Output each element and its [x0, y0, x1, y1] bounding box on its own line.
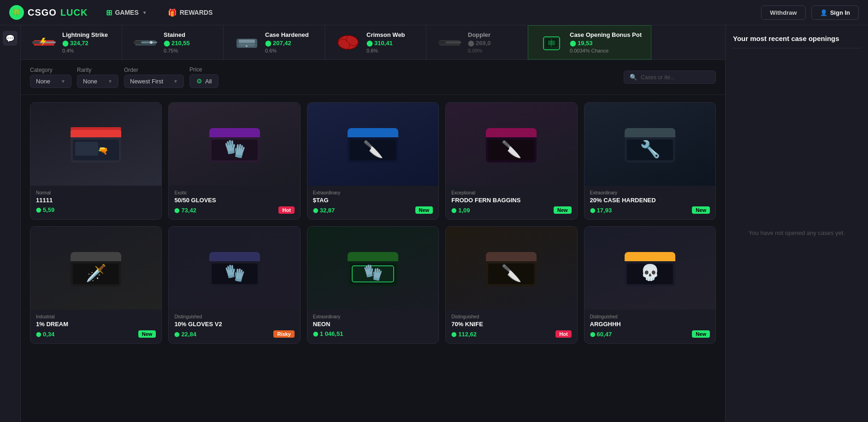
case-img-area-argghhh: 💀	[585, 227, 715, 310]
case-card-1pct-dream[interactable]: 🗡️ Industrial 1% DREAM ⬤ 0,34 New	[30, 226, 162, 344]
case-card-10pct-gloves-v2[interactable]: 🧤 Distinguished 10% Gloves V2 ⬤ 22,84 Ri…	[168, 226, 300, 344]
featured-case-hardened[interactable]: Case Hardened ⬤ 207,42 0.6%	[224, 25, 325, 59]
case-badge-10pct-gloves-v2: Risky	[273, 330, 294, 338]
featured-chance-4: 0.09%	[468, 48, 491, 53]
games-icon: ⊞	[106, 8, 112, 17]
case-card-50-50-gloves[interactable]: 🧤 Exotic 50/50 GLOVES ⬤ 73,42 Hot	[168, 102, 300, 220]
svg-rect-45	[625, 134, 675, 137]
featured-chance-3: 0.6%	[366, 48, 405, 53]
case-rarity-stag: Extraordinary	[313, 190, 433, 195]
case-card-stag[interactable]: 🔪 Extraordinary $TAG ⬤ 32,87 New	[307, 102, 439, 220]
featured-stained[interactable]: Stained ⬤ 210,55 0.75%	[122, 25, 224, 59]
featured-name-1: Stained	[164, 31, 190, 38]
svg-rect-23	[71, 134, 121, 137]
case-card-20pct-case-hardened[interactable]: 🔧 Extraordinary 20% CASE HARDENED ⬤ 17,9…	[584, 102, 716, 220]
signin-button[interactable]: 👤 Sign In	[811, 6, 859, 20]
featured-bonus-pot[interactable]: Case Opening Bonus Pot ⬤ 19,53 0.0034% C…	[528, 25, 651, 59]
featured-chance-0: 0.4%	[62, 48, 108, 53]
case-footer-70pct-knife: ⬤ 112,62 Hot	[451, 330, 571, 338]
case-price-frodo-fern-baggins: ⬤ 1,09	[451, 207, 470, 214]
svg-text:🔪: 🔪	[362, 139, 383, 159]
case-card-argghhh[interactable]: 💀 Distinguished ARGGHHH ⬤ 60,47 New	[584, 226, 716, 344]
chat-button[interactable]: 💬	[3, 31, 18, 46]
case-info-argghhh: Distinguished ARGGHHH ⬤ 60,47 New	[585, 310, 715, 343]
case-footer-stag: ⬤ 32,87 New	[313, 206, 433, 214]
coin-icon-3: ⬤	[366, 40, 372, 47]
rewards-icon: 🎁	[168, 8, 177, 17]
case-card-frodo-fern-baggins[interactable]: 🔪 Exceptional FRODO FERN BAGGINS ⬤ 1,09 …	[445, 102, 577, 220]
logo[interactable]: 🍀 CSGO LUCK	[9, 5, 88, 20]
category-filter-group: Category None ▼	[30, 67, 71, 88]
category-select[interactable]: None ▼	[30, 75, 71, 88]
right-panel: Your most recent case openings You have …	[725, 25, 868, 422]
nav-games[interactable]: ⊞ GAMES ▼	[101, 6, 151, 20]
withdraw-button[interactable]: Withdraw	[761, 6, 805, 20]
case-price-value-frodo-fern-baggins: 1,09	[458, 207, 470, 214]
featured-info-stained: Stained ⬤ 210,55 0.75%	[164, 31, 190, 53]
nav-rewards[interactable]: 🎁 REWARDS	[163, 6, 218, 20]
featured-chance-2: 0.6%	[265, 48, 309, 53]
cases-grid: 🔫 Normal 11111 ⬤ 5,59 🧤 Exotic 50/50 G	[30, 102, 716, 344]
category-chevron-icon: ▼	[61, 79, 65, 84]
svg-rect-25	[75, 142, 98, 156]
case-info-10pct-gloves-v2: Distinguished 10% Gloves V2 ⬤ 22,84 Risk…	[169, 310, 300, 343]
featured-img-stained	[131, 32, 159, 53]
case-img-area-70pct-knife: 🔪	[446, 227, 577, 310]
rarity-chevron-icon: ▼	[108, 79, 112, 84]
search-box[interactable]: 🔍	[624, 70, 716, 84]
featured-chance-5: 0.0034% Chance	[570, 48, 642, 53]
svg-rect-71	[625, 258, 675, 261]
case-info-1pct-dream: Industrial 1% DREAM ⬤ 0,34 New	[30, 310, 161, 343]
case-name-neon: NEON	[313, 321, 433, 328]
search-icon: 🔍	[630, 74, 637, 81]
case-footer-1pct-dream: ⬤ 0,34 New	[36, 330, 156, 338]
svg-rect-16	[445, 41, 461, 43]
featured-img-doppler	[436, 32, 463, 53]
case-price-value-50-50-gloves: 73,42	[181, 207, 196, 214]
order-filter-group: Order Newest First ▼	[124, 67, 184, 88]
case-price-neon: ⬤ 1 046,51	[313, 330, 343, 337]
case-footer-11111: ⬤ 5,59	[36, 206, 156, 213]
case-card-neon[interactable]: 🧤 Extraordinary NEON ⬤ 1 046,51	[307, 226, 439, 344]
price-all-button[interactable]: ⚙ All	[189, 74, 218, 88]
case-info-frodo-fern-baggins: Exceptional FRODO FERN BAGGINS ⬤ 1,09 Ne…	[446, 186, 577, 219]
featured-lightning-strike[interactable]: Lightning Strike ⬤ 324,72 0.4%	[21, 25, 122, 59]
search-input[interactable]	[641, 74, 705, 81]
featured-doppler[interactable]: Doppler ⬤ 269,0 0.09%	[426, 25, 528, 59]
case-price-50-50-gloves: ⬤ 73,42	[174, 207, 196, 214]
layout: 💬 Lightning Strike ⬤ 324,72 0.4%	[0, 25, 868, 422]
svg-text:🗡️: 🗡️	[86, 263, 106, 283]
case-card-11111[interactable]: 🔫 Normal 11111 ⬤ 5,59	[30, 102, 162, 220]
featured-info-doppler: Doppler ⬤ 269,0 0.09%	[468, 31, 491, 53]
case-price-value-70pct-knife: 112,62	[458, 331, 477, 338]
header: 🍀 CSGO LUCK ⊞ GAMES ▼ 🎁 REWARDS Withdraw…	[0, 0, 868, 25]
featured-info-crimson-web: Crimson Web ⬤ 310,41 0.6%	[366, 31, 405, 53]
games-chevron-icon: ▼	[142, 10, 147, 15]
rarity-select[interactable]: None ▼	[77, 75, 118, 88]
case-info-20pct-case-hardened: Extraordinary 20% CASE HARDENED ⬤ 17,93 …	[585, 186, 715, 219]
svg-rect-35	[348, 134, 398, 137]
case-price-value-stag: 32,87	[320, 207, 335, 214]
case-rarity-10pct-gloves-v2: Distinguished	[174, 314, 294, 319]
svg-point-11	[246, 45, 248, 47]
case-rarity-20pct-case-hardened: Extraordinary	[590, 190, 710, 195]
svg-text:🔧: 🔧	[639, 139, 660, 159]
cases-section: 🔫 Normal 11111 ⬤ 5,59 🧤 Exotic 50/50 G	[21, 95, 725, 422]
case-badge-argghhh: New	[692, 330, 710, 338]
svg-rect-9	[239, 40, 255, 43]
logo-icon: 🍀	[9, 5, 24, 20]
case-img-area-50-50-gloves: 🧤	[169, 103, 300, 186]
order-select[interactable]: Newest First ▼	[124, 75, 184, 88]
case-card-70pct-knife[interactable]: 🔪 Distinguished 70% Knife ⬤ 112,62 Hot	[445, 226, 577, 344]
main-content: Lightning Strike ⬤ 324,72 0.4% Stained ⬤	[21, 25, 725, 422]
featured-chance-1: 0.75%	[164, 48, 190, 53]
no-cases-text: You have not opened any cases yet.	[749, 229, 845, 238]
nav-rewards-label: REWARDS	[180, 9, 213, 16]
chat-icon: 💬	[6, 34, 15, 43]
case-price-1pct-dream: ⬤ 0,34	[36, 331, 54, 338]
case-img-area-20pct-case-hardened: 🔧	[585, 103, 715, 186]
price-value: All	[205, 78, 212, 85]
featured-info-case-hardened: Case Hardened ⬤ 207,42 0.6%	[265, 31, 309, 53]
svg-text:💀: 💀	[640, 263, 660, 282]
featured-crimson-web[interactable]: Crimson Web ⬤ 310,41 0.6%	[325, 25, 426, 59]
